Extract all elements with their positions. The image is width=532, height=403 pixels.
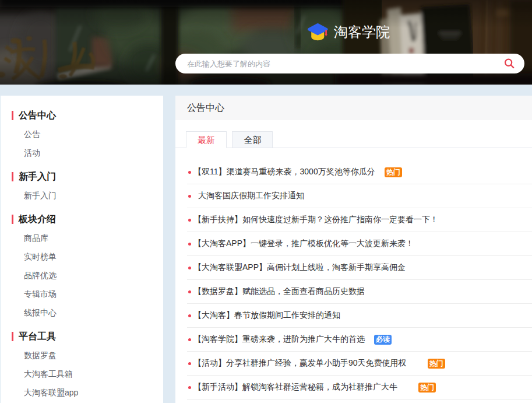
sidebar-item-toolbox[interactable]: 大淘客工具箱 <box>12 365 163 383</box>
announcement-link[interactable]: 大淘客国庆假期工作安排通知 <box>198 191 304 201</box>
search-icon[interactable] <box>504 58 515 69</box>
announcement-link[interactable]: 【活动】分享社群推广经验，赢发单小助手90天免费使用权 <box>193 358 407 369</box>
search-input[interactable] <box>187 54 490 73</box>
page-title: 公告中心 <box>175 96 532 120</box>
sidebar-item-ranking[interactable]: 实时榜单 <box>12 247 163 266</box>
sidebar-header-modules[interactable]: 板块介绍 <box>12 210 163 229</box>
tab-all[interactable]: 全部 <box>232 131 273 148</box>
bullet-icon <box>188 362 191 365</box>
red-bar-icon <box>12 332 13 341</box>
sidebar-item-tips[interactable]: 线报中心 <box>12 303 163 322</box>
hot-badge: 热门 <box>385 167 402 177</box>
bullet-icon <box>188 386 191 389</box>
list-item: 【新手活动】解锁淘客社群运营秘籍，成为社群推广大牛 热门 <box>187 376 532 400</box>
search-bar <box>175 54 524 73</box>
announcement-link[interactable]: 【新手活动】解锁淘客社群运营秘籍，成为社群推广大牛 <box>193 382 397 393</box>
bullet-icon <box>188 314 191 317</box>
list-item: 大淘客国庆假期工作安排通知 <box>187 184 532 208</box>
list-item: 【活动】分享社群推广经验，赢发单小助手90天免费使用权 热门 <box>187 352 532 376</box>
announcement-link[interactable]: 【新手扶持】如何快速度过新手期？这份推广指南你一定要看一下！ <box>193 215 438 225</box>
announcement-link[interactable]: 【大淘客】春节放假期间工作安排的通知 <box>193 310 340 321</box>
sidebar-item-album[interactable]: 专辑市场 <box>12 285 163 303</box>
list-item: 【大淘客联盟APP】高佣计划上线啦，淘客新手期享高佣金 <box>187 256 532 280</box>
announcement-link[interactable]: 【大淘客联盟APP】高佣计划上线啦，淘客新手期享高佣金 <box>193 262 406 273</box>
announcement-link[interactable]: 【双11】渠道赛马重磅来袭，3000万奖池等你瓜分 <box>193 167 375 177</box>
bullet-icon <box>188 243 191 246</box>
announcement-link[interactable]: 【大淘客APP】一键登录，推广模板优化等一大波更新来袭！ <box>193 239 414 249</box>
logo[interactable]: 淘客学院 <box>308 23 390 41</box>
bullet-icon <box>188 219 191 222</box>
list-item: 【淘客学院】重磅来袭，进阶为推广大牛的首选 必读 <box>187 328 532 352</box>
sidebar-item-beginner[interactable]: 新手入门 <box>12 186 163 205</box>
bullet-icon <box>188 290 191 293</box>
sidebar-item-goods[interactable]: 商品库 <box>12 229 163 247</box>
hot-badge: 热门 <box>428 359 445 369</box>
sidebar-header-beginner[interactable]: 新手入门 <box>12 167 163 186</box>
bullet-icon <box>188 195 191 198</box>
list-item: 【新手扶持】如何快速度过新手期？这份推广指南你一定要看一下！ <box>187 208 532 232</box>
sidebar-section-tools: 平台工具 数据罗盘 大淘客工具箱 大淘客联盟app <box>12 327 163 402</box>
red-bar-icon <box>12 215 13 224</box>
main-panel: 公告中心 最新 全部 【双11】渠道赛马重磅来袭，3000万奖池等你瓜分 热门 … <box>175 96 532 403</box>
sidebar-item-union-app[interactable]: 大淘客联盟app <box>12 383 163 402</box>
sidebar-section-modules: 板块介绍 商品库 实时榜单 品牌优选 专辑市场 线报中心 <box>12 210 163 322</box>
list-item: 【数据罗盘】赋能选品，全面查看商品历史数据 <box>187 280 532 304</box>
sidebar-item-announce[interactable]: 公告 <box>12 125 163 143</box>
bullet-icon <box>188 171 191 174</box>
sidebar-section-beginner: 新手入门 新手入门 <box>12 167 163 205</box>
list-item: 【大淘客APP】一键登录，推广模板优化等一大波更新来袭！ <box>187 232 532 256</box>
tab-latest[interactable]: 最新 <box>186 131 227 148</box>
sidebar-header-announcements[interactable]: 公告中心 <box>12 106 163 125</box>
tabs: 最新 全部 <box>175 131 532 148</box>
must-read-badge: 必读 <box>374 335 392 345</box>
sidebar-header-tools[interactable]: 平台工具 <box>12 327 163 346</box>
bullet-icon <box>188 267 191 269</box>
list-item: 【双11】渠道赛马重磅来袭，3000万奖池等你瓜分 热门 <box>187 160 532 184</box>
announcement-list: 【双11】渠道赛马重磅来袭，3000万奖池等你瓜分 热门 大淘客国庆假期工作安排… <box>187 160 532 400</box>
hot-badge: 热门 <box>418 383 436 393</box>
announcement-link[interactable]: 【数据罗盘】赋能选品，全面查看商品历史数据 <box>193 286 365 297</box>
logo-text: 淘客学院 <box>334 23 390 41</box>
red-bar-icon <box>12 111 13 120</box>
list-item: 【大淘客】春节放假期间工作安排的通知 <box>187 304 532 328</box>
sidebar-section-announcements: 公告中心 公告 活动 <box>12 106 163 162</box>
sidebar-item-activity[interactable]: 活动 <box>12 143 163 162</box>
red-bar-icon <box>12 172 13 181</box>
sidebar-item-brand[interactable]: 品牌优选 <box>12 266 163 285</box>
announcement-link[interactable]: 【淘客学院】重磅来袭，进阶为推广大牛的首选 <box>193 334 365 345</box>
graduation-cap-icon <box>308 23 328 41</box>
bullet-icon <box>188 338 191 341</box>
sidebar-item-compass[interactable]: 数据罗盘 <box>12 346 163 365</box>
sidebar: 公告中心 公告 活动 新手入门 新手入门 板块介绍 商品库 实时榜单 品牌优选 … <box>1 96 163 403</box>
header-banner: 淘客学院 <box>0 0 532 85</box>
page: 淘客学院 公告中心 公告 活动 新手入门 新手入门 <box>0 0 532 403</box>
